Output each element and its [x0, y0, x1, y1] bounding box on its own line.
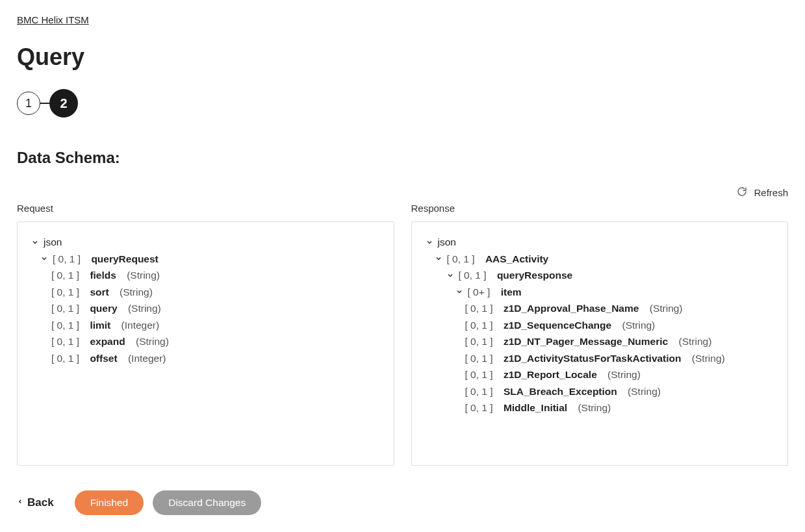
field-type: (String) — [622, 320, 655, 331]
chevron-down-icon[interactable] — [434, 254, 443, 263]
field-type: (Integer) — [121, 320, 160, 331]
tree-node-label: json — [44, 237, 62, 247]
chevron-down-icon[interactable] — [455, 287, 464, 296]
field-name: z1D_Approval_Phase_Name — [504, 303, 639, 314]
tree-leaf-offset[interactable]: [ 0, 1 ] offset (Integer) — [31, 350, 381, 367]
response-label: Response — [411, 203, 789, 214]
tree-node-json[interactable]: json — [31, 234, 381, 251]
step-connector — [40, 103, 49, 104]
field-name: query — [90, 303, 117, 314]
step-1[interactable]: 1 — [17, 92, 40, 115]
cardinality: [ 0, 1 ] — [465, 370, 493, 380]
chevron-down-icon[interactable] — [425, 238, 434, 247]
footer: Back Finished Discard Changes — [17, 490, 261, 515]
field-type: (String) — [578, 403, 611, 413]
tree-node-label: json — [438, 237, 456, 247]
tree-leaf[interactable]: [ 0, 1 ] z1D_SequenceChange (String) — [425, 317, 775, 334]
field-name: z1D_ActivityStatusForTaskActivation — [504, 353, 682, 364]
tree-leaf[interactable]: [ 0, 1 ] z1D_Approval_Phase_Name (String… — [425, 300, 775, 317]
back-button[interactable]: Back — [17, 496, 54, 509]
cardinality: [ 0, 1 ] — [51, 336, 79, 347]
field-type: (String) — [679, 336, 712, 347]
field-type: (String) — [607, 370, 641, 380]
cardinality: [ 0, 1 ] — [465, 320, 493, 331]
page-title: Query — [17, 44, 788, 71]
cardinality: [ 0, 1 ] — [51, 287, 79, 298]
cardinality: [ 0, 1 ] — [51, 303, 79, 314]
cardinality: [ 0, 1 ] — [447, 254, 475, 264]
request-column: Request json [ 0, 1 ] — [17, 203, 394, 466]
tree-leaf[interactable]: [ 0, 1 ] SLA_Breach_Exception (String) — [425, 383, 775, 400]
tree-leaf[interactable]: [ 0, 1 ] Middle_Initial (String) — [425, 399, 775, 416]
tree-leaf-fields[interactable]: [ 0, 1 ] fields (String) — [31, 267, 381, 284]
field-name: fields — [90, 270, 116, 281]
tree-leaf[interactable]: [ 0, 1 ] z1D_Report_Locale (String) — [425, 366, 775, 383]
cardinality: [ 0, 1 ] — [465, 336, 493, 347]
field-type: (String) — [136, 336, 169, 347]
tree-leaf-limit[interactable]: [ 0, 1 ] limit (Integer) — [31, 317, 381, 334]
field-type: (String) — [692, 353, 725, 364]
response-panel: json [ 0, 1 ] AAS_Activity — [411, 222, 789, 466]
breadcrumb: BMC Helix ITSM — [17, 0, 788, 25]
cardinality: [ 0, 1 ] — [465, 403, 493, 413]
section-title: Data Schema: — [17, 149, 788, 167]
field-name: queryRequest — [91, 254, 158, 264]
tree-leaf-sort[interactable]: [ 0, 1 ] sort (String) — [31, 284, 381, 301]
field-name: SLA_Breach_Exception — [504, 386, 617, 397]
chevron-down-icon[interactable] — [40, 254, 49, 263]
response-column: Response json [ 0, 1 ] — [411, 203, 789, 466]
field-type: (String) — [650, 303, 683, 314]
tree-leaf-query[interactable]: [ 0, 1 ] query (String) — [31, 300, 381, 317]
tree-node-aas-activity[interactable]: [ 0, 1 ] AAS_Activity — [425, 251, 775, 268]
field-name: item — [501, 287, 522, 298]
request-panel: json [ 0, 1 ] queryRequest [ 0, 1 ] f — [17, 222, 394, 466]
cardinality: [ 0, 1 ] — [51, 320, 79, 331]
field-name: queryResponse — [497, 270, 572, 281]
cardinality: [ 0, 1 ] — [51, 353, 79, 364]
refresh-icon — [737, 186, 747, 199]
tree-leaf[interactable]: [ 0, 1 ] z1D_ActivityStatusForTaskActiva… — [425, 350, 775, 367]
field-name: z1D_NT_Pager_Message_Numeric — [504, 336, 668, 347]
field-name: AAS_Activity — [485, 254, 548, 264]
request-label: Request — [17, 203, 394, 214]
tree-node-item[interactable]: [ 0+ ] item — [425, 284, 775, 301]
discard-changes-button[interactable]: Discard Changes — [153, 490, 261, 515]
cardinality: [ 0, 1 ] — [53, 254, 81, 264]
chevron-down-icon[interactable] — [446, 271, 455, 280]
field-name: sort — [90, 287, 109, 298]
cardinality: [ 0, 1 ] — [465, 386, 493, 397]
field-name: z1D_SequenceChange — [504, 320, 611, 331]
field-name: offset — [90, 353, 117, 364]
field-type: (String) — [127, 270, 160, 281]
tree-leaf-expand[interactable]: [ 0, 1 ] expand (String) — [31, 333, 381, 350]
chevron-down-icon[interactable] — [31, 238, 40, 247]
tree-node-queryRequest[interactable]: [ 0, 1 ] queryRequest — [31, 251, 381, 268]
cardinality: [ 0, 1 ] — [51, 270, 79, 281]
cardinality: [ 0+ ] — [468, 287, 491, 298]
tree-leaf[interactable]: [ 0, 1 ] z1D_NT_Pager_Message_Numeric (S… — [425, 333, 775, 350]
cardinality: [ 0, 1 ] — [465, 353, 493, 364]
field-name: expand — [90, 336, 125, 347]
chevron-left-icon — [17, 496, 23, 509]
field-name: limit — [90, 320, 110, 331]
field-name: Middle_Initial — [504, 403, 567, 413]
field-type: (String) — [628, 386, 661, 397]
tree-node-json[interactable]: json — [425, 234, 775, 251]
cardinality: [ 0, 1 ] — [459, 270, 487, 281]
field-type: (Integer) — [128, 353, 166, 364]
stepper: 1 2 — [17, 89, 788, 118]
cardinality: [ 0, 1 ] — [465, 303, 493, 314]
field-type: (String) — [120, 287, 153, 298]
back-label: Back — [27, 496, 54, 509]
refresh-label: Refresh — [754, 187, 788, 198]
tree-node-queryResponse[interactable]: [ 0, 1 ] queryResponse — [425, 267, 775, 284]
breadcrumb-link[interactable]: BMC Helix ITSM — [17, 14, 89, 25]
finished-button[interactable]: Finished — [75, 490, 144, 515]
step-2[interactable]: 2 — [49, 89, 78, 118]
refresh-button[interactable]: Refresh — [17, 186, 788, 199]
field-type: (String) — [128, 303, 161, 314]
field-name: z1D_Report_Locale — [504, 370, 597, 380]
